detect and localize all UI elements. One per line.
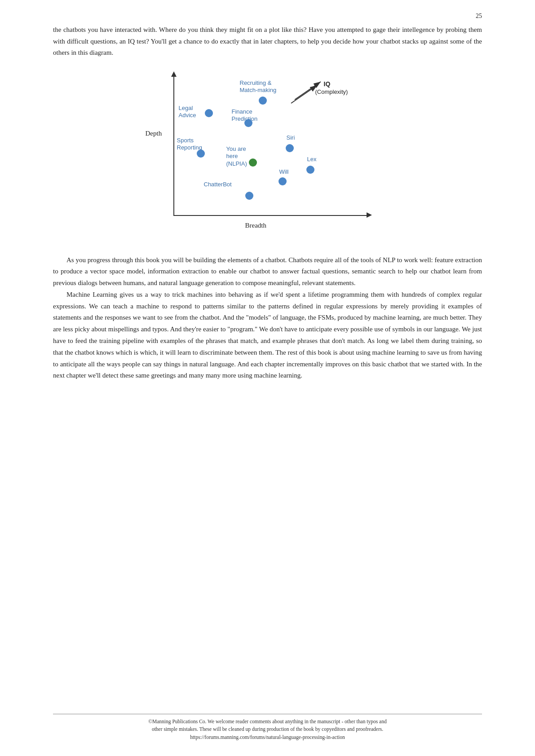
dot-nlpia <box>249 158 257 167</box>
label-legal: LegalAdvice <box>179 105 196 120</box>
breadth-label: Breadth <box>245 222 266 229</box>
label-lex: Lex <box>307 156 317 163</box>
dot-sports <box>197 149 205 158</box>
label-sports: SportsReporting <box>177 137 202 152</box>
svg-line-2 <box>291 85 317 103</box>
iq-label: IQ <box>324 80 331 88</box>
page-number: 25 <box>476 13 482 20</box>
body-section: As you progress through this book you wi… <box>53 255 482 382</box>
paragraph-1: As you progress through this book you wi… <box>53 255 482 289</box>
chart-container: Depth Breadth IQ (Complexity) Recruiting… <box>142 71 394 246</box>
label-chatterbot: ChatterBot <box>204 181 232 189</box>
page: 25 the chatbots you have interacted with… <box>0 0 535 756</box>
dot-finance <box>244 119 252 127</box>
x-axis-arrow <box>367 212 372 218</box>
footer: ©Manning Publications Co. We welcome rea… <box>53 714 482 742</box>
label-recruiting: Recruiting &Match-making <box>240 79 277 95</box>
dot-recruiting <box>259 97 267 105</box>
x-axis-line <box>173 215 367 216</box>
dot-legal <box>205 109 213 117</box>
depth-label: Depth <box>146 130 162 137</box>
iq-complexity-label: (Complexity) <box>315 88 348 95</box>
footer-line2: other simple mistakes. These will be cle… <box>53 725 482 734</box>
dot-lex <box>306 166 314 174</box>
paragraph-2: Machine Learning gives us a way to trick… <box>53 289 482 382</box>
label-will: Will <box>279 168 289 176</box>
dot-siri <box>286 144 294 152</box>
dot-chatterbot <box>245 192 253 200</box>
label-nlpia: You arehere(NLPIA) <box>226 145 247 168</box>
y-axis-line <box>173 76 174 215</box>
label-siri: Siri <box>287 134 295 142</box>
footer-line1: ©Manning Publications Co. We welcome rea… <box>53 718 482 726</box>
chart-area: Depth Breadth IQ (Complexity) Recruiting… <box>173 76 380 224</box>
footer-line3: https://forums.manning.com/forums/natura… <box>53 734 482 742</box>
intro-text-content: the chatbots you have interacted with. W… <box>53 26 482 56</box>
intro-paragraph: the chatbots you have interacted with. W… <box>53 24 482 59</box>
dot-will <box>279 177 287 185</box>
